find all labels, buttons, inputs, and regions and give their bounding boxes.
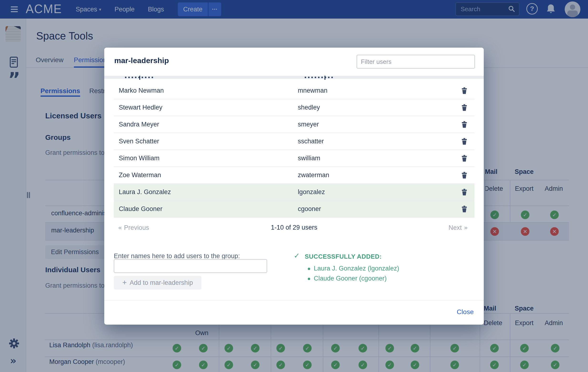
close-dialog-link[interactable]: Close [457, 308, 474, 316]
footer-divider [104, 300, 484, 300]
plus-icon: + [122, 279, 127, 286]
remove-user-trash-icon[interactable] [461, 189, 467, 196]
success-title: SUCCESSFULLY ADDED: [305, 253, 382, 260]
add-to-group-button[interactable]: + Add to mar-leadership [114, 276, 201, 290]
remove-user-trash-icon[interactable] [461, 172, 467, 179]
user-row: Stewart Hedleyshedley [114, 99, 474, 116]
remove-user-trash-icon[interactable] [461, 138, 467, 145]
success-added-user: Laura J. Gonzalez (lgonzalez) [314, 265, 399, 272]
remove-user-trash-icon[interactable] [461, 87, 467, 94]
success-bullet-dot [308, 278, 310, 280]
remove-user-trash-icon[interactable] [461, 121, 467, 128]
user-full-name: Sven Schatter [119, 138, 159, 145]
pagination-info: 1-10 of 29 users [114, 224, 474, 231]
dialog-title: mar-leadership [114, 56, 169, 65]
remove-user-trash-icon[interactable] [461, 205, 467, 213]
user-username: cgooner [298, 205, 321, 213]
user-username: shedley [298, 104, 320, 111]
user-username: lgonzalez [298, 188, 325, 196]
group-members-dialog: mar-leadership Marko NewmanmnewmanStewar… [104, 48, 484, 325]
remove-user-trash-icon[interactable] [461, 104, 467, 111]
success-bullet-dot [308, 268, 310, 270]
user-row: Marko Newmanmnewman [114, 82, 474, 99]
user-username: smeyer [298, 121, 319, 128]
add-button-label: Add to mar-leadership [130, 279, 193, 287]
user-row: Sven Schattersschatter [114, 133, 474, 150]
success-added-user: Claude Gooner (cgooner) [314, 275, 387, 282]
filter-users-input[interactable] [357, 55, 475, 69]
user-row: Sandra Meyersmeyer [114, 116, 474, 133]
group-user-list: Marko NewmanmnewmanStewart Hedleyshedley… [114, 82, 474, 218]
user-row: Simon Williamswilliam [114, 150, 474, 167]
user-full-name: Claude Gooner [119, 205, 162, 213]
scroll-clipped-row [104, 76, 484, 79]
user-full-name: Sandra Meyer [119, 121, 159, 128]
user-username: swilliam [298, 155, 320, 162]
user-full-name: Laura J. Gonzalez [119, 188, 171, 196]
user-username: zwaterman [298, 171, 329, 179]
success-check-icon: ✓ [294, 252, 300, 260]
user-full-name: Zoe Waterman [119, 171, 161, 179]
user-row: Zoe Watermanzwaterman [114, 167, 474, 184]
remove-user-trash-icon[interactable] [461, 155, 467, 162]
next-icon: » [462, 224, 468, 231]
user-username: sschatter [298, 138, 324, 145]
pagination-bar: « Previous 1-10 of 29 users Next » [114, 221, 474, 234]
user-full-name: Marko Newman [119, 87, 164, 94]
add-users-input[interactable] [114, 259, 267, 273]
user-full-name: Simon William [119, 155, 159, 162]
clipped-text-descender [139, 76, 140, 80]
clipped-username-text [305, 77, 335, 78]
user-row: Claude Goonercgooner [114, 201, 474, 218]
user-row: Laura J. Gonzalezlgonzalez [114, 184, 474, 201]
add-users-label: Enter names here to add users to the gro… [114, 253, 240, 260]
user-username: mnewman [298, 87, 327, 94]
next-page-link[interactable]: Next » [449, 224, 468, 232]
user-full-name: Stewart Hedley [119, 104, 162, 111]
clipped-text-descender [325, 76, 326, 80]
